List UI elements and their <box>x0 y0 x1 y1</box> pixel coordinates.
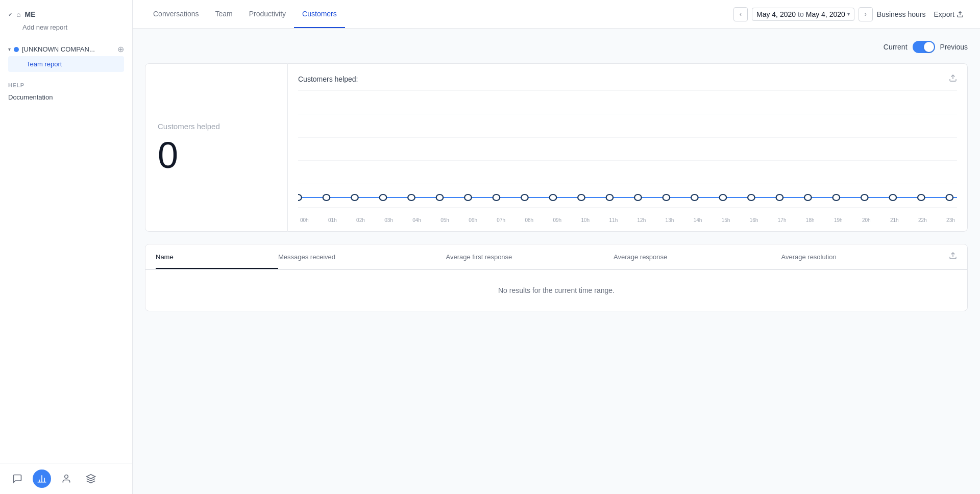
current-label: Current <box>884 43 908 51</box>
tab-conversations[interactable]: Conversations <box>145 1 207 28</box>
person-bottom-icon[interactable] <box>57 470 76 488</box>
current-previous-toggle[interactable] <box>913 41 935 53</box>
chart-hour-label: 18h <box>806 217 815 223</box>
table-export-button[interactable] <box>949 244 957 269</box>
svg-point-30 <box>890 194 897 201</box>
chart-area: 00h01h02h03h04h05h06h07h08h09h10h11h12h1… <box>298 90 957 223</box>
tab-team[interactable]: Team <box>207 1 241 28</box>
svg-point-18 <box>550 194 557 201</box>
chart-hour-labels: 00h01h02h03h04h05h06h07h08h09h10h11h12h1… <box>298 217 957 223</box>
svg-point-29 <box>861 194 868 201</box>
chart-hour-label: 20h <box>862 217 871 223</box>
date-to-text: to <box>798 10 804 18</box>
company-row: ▾ [UNKNOWN COMPAN... ⊕ <box>8 42 124 56</box>
sidebar-me-section: ✓ ⌂ ME <box>8 8 124 20</box>
chart-hour-label: 12h <box>638 217 646 223</box>
chart-card: Customers helped: <box>288 63 968 232</box>
table-col-name[interactable]: Name <box>156 246 278 269</box>
chart-hour-label: 10h <box>581 217 590 223</box>
svg-marker-5 <box>87 475 95 479</box>
chart-hour-label: 13h <box>666 217 674 223</box>
svg-point-23 <box>691 194 698 201</box>
chart-hour-label: 17h <box>778 217 787 223</box>
date-chevron-icon: ▾ <box>847 11 850 17</box>
export-label: Export <box>934 10 954 18</box>
table-card: Name Messages received Average first res… <box>145 244 968 311</box>
current-previous-toggle-row: Current Previous <box>145 41 968 53</box>
table-empty-message: No results for the current time range. <box>145 270 967 311</box>
chart-header: Customers helped: <box>298 74 957 84</box>
chart-hour-label: 16h <box>750 217 758 223</box>
date-controls: ‹ May 4, 2020 to May 4, 2020 ▾ › <box>733 7 873 21</box>
export-icon <box>957 11 964 18</box>
chart-hour-label: 14h <box>694 217 702 223</box>
documentation-link[interactable]: Documentation <box>0 90 132 104</box>
business-hours-button[interactable]: Business hours <box>873 10 930 18</box>
add-report-link[interactable]: Add new report <box>8 20 124 34</box>
svg-point-27 <box>804 194 812 201</box>
chart-hour-label: 09h <box>553 217 561 223</box>
svg-point-14 <box>436 194 444 201</box>
svg-point-15 <box>464 194 472 201</box>
next-date-arrow[interactable]: › <box>859 7 873 21</box>
chart-title: Customers helped: <box>298 75 358 83</box>
sidebar-item-team-report[interactable]: Team report <box>8 56 124 72</box>
svg-point-4 <box>65 475 68 479</box>
table-col-avg-response[interactable]: Average response <box>614 246 781 268</box>
svg-point-26 <box>776 194 783 201</box>
svg-point-11 <box>351 194 358 201</box>
svg-point-24 <box>720 194 727 201</box>
export-button[interactable]: Export <box>930 10 968 18</box>
table-col-messages[interactable]: Messages received <box>278 246 446 268</box>
stats-cards-row: Customers helped 0 Customers helped: <box>145 63 968 232</box>
me-label: ME <box>24 10 35 18</box>
chevron-down-icon: ✓ <box>8 12 12 17</box>
chart-hour-label: 22h <box>918 217 927 223</box>
page-content: Current Previous Customers helped 0 Cust… <box>133 29 980 494</box>
toggle-knob <box>924 42 934 52</box>
svg-point-19 <box>578 194 585 201</box>
chart-export-icon[interactable] <box>949 74 957 84</box>
company-chevron-icon: ▾ <box>8 46 11 52</box>
chart-hour-label: 07h <box>497 217 505 223</box>
chart-hour-label: 23h <box>946 217 955 223</box>
company-dot <box>14 47 19 52</box>
customers-helped-value: 0 <box>158 137 275 174</box>
chart-hour-label: 05h <box>440 217 449 223</box>
tab-productivity[interactable]: Productivity <box>241 1 294 28</box>
chart-hour-label: 21h <box>890 217 899 223</box>
chart-bottom-icon[interactable] <box>33 470 51 488</box>
chart-hour-label: 04h <box>412 217 421 223</box>
date-range-picker[interactable]: May 4, 2020 to May 4, 2020 ▾ <box>752 8 854 21</box>
svg-point-13 <box>408 194 415 201</box>
svg-point-28 <box>833 194 840 201</box>
date-from-label: May 4, 2020 <box>756 10 796 18</box>
svg-point-17 <box>521 194 528 201</box>
top-nav: Conversations Team Productivity Customer… <box>133 0 980 29</box>
svg-point-12 <box>380 194 387 201</box>
chat-bottom-icon[interactable] <box>8 470 27 488</box>
table-col-first-response[interactable]: Average first response <box>446 246 614 268</box>
chart-hour-label: 15h <box>722 217 730 223</box>
chart-hour-label: 11h <box>609 217 618 223</box>
chart-hour-label: 00h <box>300 217 309 223</box>
chart-hour-label: 19h <box>834 217 843 223</box>
svg-point-20 <box>606 194 614 201</box>
prev-date-arrow[interactable]: ‹ <box>733 7 748 21</box>
chart-hour-label: 06h <box>469 217 477 223</box>
tab-customers[interactable]: Customers <box>294 1 345 28</box>
table-col-avg-resolution[interactable]: Average resolution <box>781 246 949 268</box>
chart-hour-label: 02h <box>356 217 365 223</box>
table-header-row: Name Messages received Average first res… <box>145 244 967 270</box>
layers-bottom-icon[interactable] <box>82 470 100 488</box>
add-company-icon[interactable]: ⊕ <box>117 44 124 54</box>
help-section-label: HELP <box>0 76 132 90</box>
company-name-label: [UNKNOWN COMPAN... <box>22 45 95 53</box>
home-icon: ⌂ <box>16 10 20 18</box>
customers-helped-card: Customers helped 0 <box>145 63 288 232</box>
date-to-label: May 4, 2020 <box>806 10 845 18</box>
customers-helped-label: Customers helped <box>158 122 275 131</box>
sidebar-bottom-icons <box>0 463 132 494</box>
chart-hour-label: 01h <box>328 217 337 223</box>
svg-point-21 <box>634 194 642 201</box>
